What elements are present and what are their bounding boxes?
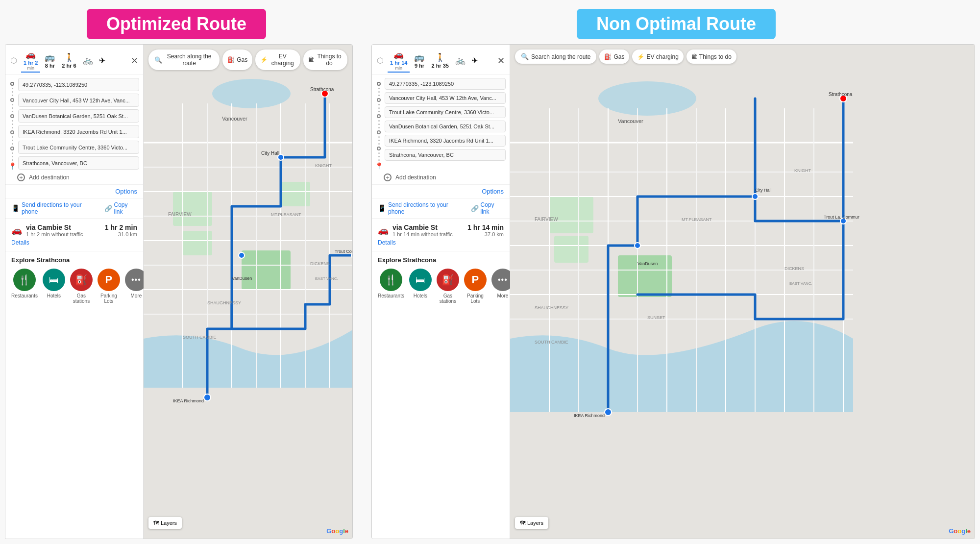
route-sub-left: 1 hr 2 min without traffic	[26, 231, 83, 237]
svg-point-64	[752, 194, 758, 199]
svg-point-25	[204, 394, 211, 401]
svg-text:VanDusen: VanDusen	[637, 261, 658, 266]
svg-text:EAST VANC.: EAST VANC.	[315, 276, 338, 281]
details-link-left[interactable]: Details	[11, 239, 137, 246]
map-toolbar-left: 🔍 Search along the route ⛽Gas ⚡EV chargi…	[148, 49, 347, 70]
google-logo-right: Google	[949, 527, 971, 535]
input-origin-left[interactable]	[18, 78, 139, 91]
explore-section-right: Explore Strathcona 🍴 Restaurants 🛏 Hotel…	[372, 251, 510, 309]
app-container: Optimized Route Non Optimal Route ⬡ 🚗 1 …	[0, 0, 980, 544]
main-content: ⬡ 🚗 1 hr 2 min 🚌 8 hr 🚶 2 hr 6 🚲	[0, 44, 980, 544]
optimized-banner: Optimized Route	[87, 9, 266, 39]
transport-mode-plane[interactable]: ✈	[97, 55, 107, 66]
details-link-right[interactable]: Details	[378, 239, 504, 246]
svg-point-1	[212, 79, 291, 108]
svg-text:SUNSET: SUNSET	[647, 315, 665, 320]
explore-icons-right: 🍴 Restaurants 🛏 Hotels ⛽ Gas stations	[378, 269, 504, 304]
layers-btn-left[interactable]: 🗺Layers	[148, 517, 182, 529]
close-button-right[interactable]: ✕	[495, 54, 507, 67]
explore-hotels-right[interactable]: 🛏 Hotels	[409, 269, 432, 304]
map-toolbar-right: 🔍 Search along the route ⛽Gas ⚡EV chargi…	[515, 49, 970, 64]
input-stop4-left[interactable]	[18, 141, 139, 154]
transport-mode-car-right[interactable]: 🚗 1 hr 14 min	[388, 49, 410, 73]
copy-link-left[interactable]: 🔗 Copy link	[104, 201, 137, 215]
transport-mode-diamond-right[interactable]: ⬡	[375, 55, 386, 66]
close-button-left[interactable]: ✕	[129, 54, 140, 67]
search-along-route-left[interactable]: 🔍 Search along the route	[148, 49, 220, 70]
right-sidebar: ⬡ 🚗 1 hr 14 min 🚌 9 hr 🚶 2 hr 35 🚲	[372, 45, 510, 539]
links-row-left: 📱 Send directions to your phone 🔗 Copy l…	[5, 198, 143, 219]
inputs-stack-right	[385, 78, 506, 170]
transport-mode-car[interactable]: 🚗 1 hr 2 min	[21, 49, 40, 73]
svg-rect-2	[173, 192, 212, 226]
transport-mode-bike-right[interactable]: 🚲	[453, 54, 467, 67]
add-destination-right[interactable]: + Add destination	[372, 172, 510, 184]
add-destination-left[interactable]: + Add destination	[5, 172, 143, 184]
svg-text:DICKENS: DICKENS	[310, 261, 330, 266]
copy-link-right[interactable]: 🔗 Copy link	[471, 201, 504, 215]
transport-mode-bus-right[interactable]: 🚌 9 hr	[412, 51, 427, 70]
explore-restaurants-left[interactable]: 🍴 Restaurants	[11, 269, 38, 304]
transport-bar-right: ⬡ 🚗 1 hr 14 min 🚌 9 hr 🚶 2 hr 35 🚲	[372, 45, 510, 75]
explore-gas-left[interactable]: ⛽ Gas stations	[70, 269, 93, 304]
route-sub-right: 1 hr 14 min without traffic	[392, 231, 453, 237]
input-destination-left[interactable]	[18, 156, 139, 170]
gas-btn-left[interactable]: ⛽Gas	[222, 49, 252, 70]
layers-btn-right[interactable]: 🗺Layers	[515, 517, 548, 529]
explore-title-left: Explore Strathcona	[11, 256, 137, 264]
links-row-right: 📱 Send directions to your phone 🔗 Copy l…	[372, 198, 510, 219]
route-time-right: 1 hr 14 min	[467, 223, 504, 231]
search-along-route-right[interactable]: 🔍 Search along the route	[515, 49, 596, 64]
input-stop2-right[interactable]	[385, 106, 506, 118]
ev-charging-btn-left[interactable]: ⚡EV charging	[255, 49, 300, 70]
ev-charging-btn-right[interactable]: ⚡EV charging	[632, 49, 683, 64]
input-stop4-right[interactable]	[385, 135, 506, 147]
input-stop1-right[interactable]	[385, 92, 506, 104]
transport-mode-bike[interactable]: 🚲	[81, 54, 95, 67]
input-stop3-left[interactable]	[18, 125, 139, 138]
svg-rect-39	[510, 45, 975, 539]
explore-hotels-left[interactable]: 🛏 Hotels	[43, 269, 65, 304]
transport-mode-bus[interactable]: 🚌 8 hr	[42, 51, 57, 70]
left-side: ⬡ 🚗 1 hr 2 min 🚌 8 hr 🚶 2 hr 6 🚲	[5, 44, 353, 539]
svg-text:SHAUGHNESSY: SHAUGHNESSY	[535, 305, 568, 310]
svg-rect-41	[549, 197, 593, 233]
svg-text:Trout La. Commur: Trout La. Commur	[824, 215, 859, 220]
input-stop3-right[interactable]	[385, 121, 506, 132]
explore-parking-left[interactable]: P Parking Lots	[98, 269, 120, 304]
options-left[interactable]: Options	[5, 184, 143, 198]
transport-mode-plane-right[interactable]: ✈	[469, 55, 480, 66]
route-via-right: via Cambie St	[392, 223, 438, 231]
input-stop2-left[interactable]	[18, 109, 139, 123]
explore-parking-right[interactable]: P Parking Lots	[464, 269, 487, 304]
input-origin-right[interactable]	[385, 78, 506, 90]
explore-gas-right[interactable]: ⛽ Gas stations	[437, 269, 459, 304]
transport-mode-walk[interactable]: 🚶 2 hr 6	[59, 51, 78, 70]
panels-separator	[358, 44, 367, 539]
svg-text:SOUTH CAMBIE: SOUTH CAMBIE	[183, 335, 217, 340]
send-directions-left[interactable]: 📱 Send directions to your phone	[11, 201, 98, 215]
gas-btn-right[interactable]: ⛽Gas	[599, 49, 629, 64]
svg-text:Trout Comm: Trout Comm	[335, 249, 352, 254]
options-right[interactable]: Options	[372, 184, 510, 198]
transport-mode-diamond[interactable]: ⬡	[8, 55, 19, 66]
route-inputs-right: 📍	[372, 75, 510, 172]
explore-restaurants-right[interactable]: 🍴 Restaurants	[378, 269, 404, 304]
left-sidebar: ⬡ 🚗 1 hr 2 min 🚌 8 hr 🚶 2 hr 6 🚲	[5, 45, 144, 539]
connector-line-left: 📍	[9, 78, 15, 170]
input-stop1-left[interactable]	[18, 94, 139, 107]
svg-rect-42	[554, 236, 588, 263]
transport-mode-walk-right[interactable]: 🚶 2 hr 35	[429, 51, 451, 70]
inputs-stack-left	[18, 78, 139, 170]
svg-text:KNIGHT: KNIGHT	[315, 163, 332, 168]
svg-text:KNIGHT: KNIGHT	[794, 168, 811, 173]
connector-line-right: 📍	[376, 78, 382, 170]
explore-section-left: Explore Strathcona 🍴 Restaurants 🛏 Hotel…	[5, 251, 143, 309]
things-to-do-btn-right[interactable]: 🏛Things to do	[686, 49, 736, 64]
svg-text:Vancouver: Vancouver	[222, 116, 247, 122]
input-destination-right[interactable]	[385, 149, 506, 161]
banners-row: Optimized Route Non Optimal Route	[0, 0, 980, 44]
things-to-do-btn-left[interactable]: 🏛Things to do	[303, 49, 347, 70]
svg-text:FAIRVIEW: FAIRVIEW	[168, 212, 192, 217]
send-directions-right[interactable]: 📱 Send directions to your phone	[378, 201, 464, 215]
